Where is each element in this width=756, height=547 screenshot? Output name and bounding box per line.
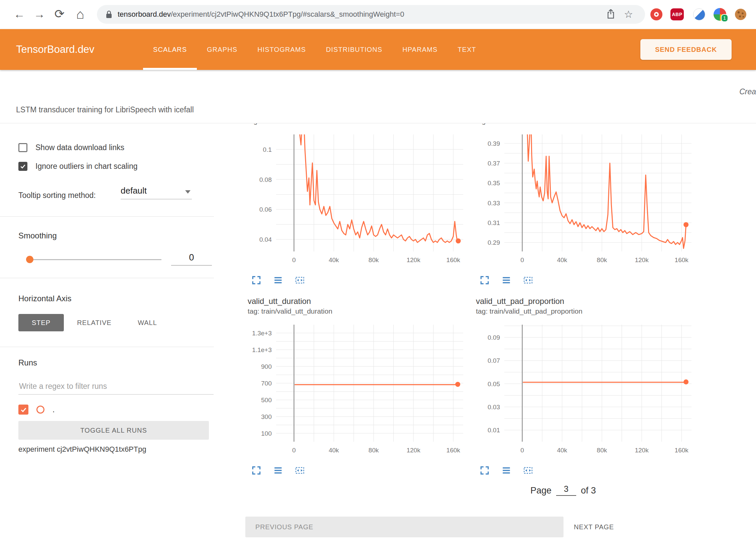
chart-tag: tag: train/… — [248, 123, 468, 126]
back-button[interactable]: ← — [12, 6, 27, 22]
extension-red-icon[interactable] — [650, 8, 663, 21]
tab-scalars[interactable]: SCALARS — [143, 29, 197, 70]
url-bar[interactable]: tensorboard.dev/experiment/cj2vtPiwQHKN9… — [97, 5, 645, 24]
scalar-chart-plot[interactable]: 1003005007009001.1e+31.3e+3040k80k120k16… — [248, 323, 465, 456]
extension-abp-icon[interactable]: ABP — [670, 8, 684, 21]
send-feedback-button[interactable]: SEND FEEDBACK — [640, 39, 732, 60]
svg-text:0.37: 0.37 — [488, 160, 500, 167]
fit-data-icon[interactable] — [294, 275, 305, 286]
lines-icon[interactable] — [273, 465, 283, 476]
svg-text:0.01: 0.01 — [488, 427, 500, 434]
svg-text:40k: 40k — [557, 256, 567, 263]
divider — [0, 278, 214, 278]
tab-histograms[interactable]: HISTOGRAMS — [247, 29, 316, 70]
pagination: Page of 3 — [530, 484, 596, 496]
lines-icon[interactable] — [273, 275, 283, 286]
tab-hparams[interactable]: HPARAMS — [392, 29, 448, 70]
chart-tag: tag: train/… — [476, 123, 697, 126]
show-download-links-checkbox[interactable] — [18, 143, 27, 152]
svg-text:1.1e+3: 1.1e+3 — [252, 346, 272, 353]
show-download-links-label: Show data download links — [35, 143, 124, 152]
svg-text:80k: 80k — [597, 447, 607, 454]
scalar-chart-plot[interactable]: 0.040.060.080.1040k80k120k160k — [248, 133, 465, 266]
fit-data-icon[interactable] — [523, 275, 533, 286]
svg-text:160k: 160k — [447, 447, 461, 454]
tensorboard-logo[interactable]: TensorBoard.dev — [16, 29, 94, 70]
tab-graphs[interactable]: GRAPHS — [197, 29, 247, 70]
svg-text:80k: 80k — [597, 256, 607, 263]
lines-icon[interactable] — [501, 275, 512, 286]
svg-text:40k: 40k — [329, 447, 339, 454]
tab-text[interactable]: TEXT — [448, 29, 486, 70]
chart-tag: tag: train/valid_utt_pad_proportion — [476, 306, 697, 316]
svg-text:0.05: 0.05 — [488, 380, 500, 388]
svg-text:0: 0 — [520, 256, 524, 263]
chevron-down-icon — [185, 190, 191, 194]
svg-text:80k: 80k — [369, 447, 379, 454]
axis-relative-button[interactable]: RELATIVE — [72, 314, 117, 331]
svg-text:40k: 40k — [329, 256, 339, 263]
page-of-label: of 3 — [581, 485, 596, 496]
svg-text:160k: 160k — [447, 256, 461, 263]
share-icon[interactable] — [606, 9, 615, 20]
tab-distributions[interactable]: DISTRIBUTIONS — [316, 29, 392, 70]
previous-page-button[interactable]: PREVIOUS PAGE — [245, 517, 563, 537]
svg-text:0.06: 0.06 — [259, 206, 272, 213]
toggle-all-runs-button[interactable]: TOGGLE ALL RUNS — [18, 421, 209, 440]
scalar-chart-plot[interactable]: 0.290.310.330.350.370.39040k80k120k160k — [476, 133, 693, 266]
experiment-id-text: experiment cj2vtPiwQHKN9Q1tx6PTpg — [18, 445, 146, 454]
page-number-input[interactable] — [556, 484, 576, 496]
nav-tabs: SCALARS GRAPHS HISTOGRAMS DISTRIBUTIONS … — [143, 29, 486, 70]
settings-sidebar: Show data download links Ignore outliers… — [0, 123, 232, 547]
svg-text:0.29: 0.29 — [488, 239, 500, 246]
smoothing-slider-thumb[interactable] — [26, 256, 33, 263]
smoothing-label: Smoothing — [18, 231, 57, 240]
run-name: . — [52, 405, 55, 414]
svg-text:0: 0 — [520, 447, 524, 454]
expand-icon[interactable] — [479, 275, 490, 286]
forward-button[interactable]: → — [32, 6, 47, 22]
run-checkbox[interactable] — [18, 405, 28, 415]
expand-icon[interactable] — [251, 275, 262, 286]
svg-text:0: 0 — [292, 256, 296, 263]
tooltip-sorting-label: Tooltip sorting method: — [18, 191, 96, 200]
runs-filter-input[interactable] — [18, 378, 214, 395]
smoothing-slider-track[interactable] — [29, 259, 161, 260]
scalar-chart-plot[interactable]: 0.010.030.050.070.09040k80k120k160k — [476, 323, 693, 456]
svg-text:120k: 120k — [406, 256, 420, 263]
svg-text:900: 900 — [261, 363, 272, 370]
svg-text:120k: 120k — [406, 447, 420, 454]
chart-tag: tag: train/valid_utt_duration — [248, 306, 468, 316]
svg-text:0.39: 0.39 — [488, 140, 500, 147]
ignore-outliers-checkbox[interactable] — [18, 162, 27, 171]
lines-icon[interactable] — [501, 465, 512, 476]
browser-window: ← → ⟳ ⌂ tensorboard.dev/experiment/cj2vt… — [0, 0, 756, 547]
home-button[interactable]: ⌂ — [73, 6, 88, 22]
smoothing-value-input[interactable] — [171, 250, 212, 265]
expand-icon[interactable] — [251, 465, 262, 476]
tooltip-sorting-select[interactable]: default — [121, 186, 192, 199]
svg-text:0.07: 0.07 — [488, 357, 500, 364]
created-text-cut: Crea — [739, 87, 756, 96]
svg-text:0.09: 0.09 — [488, 334, 500, 341]
svg-text:0.1: 0.1 — [263, 146, 272, 153]
svg-text:0.03: 0.03 — [488, 404, 500, 411]
bookmark-star-icon[interactable]: ☆ — [624, 9, 633, 19]
reload-button[interactable]: ⟳ — [52, 6, 67, 22]
fit-data-icon[interactable] — [294, 465, 305, 476]
divider — [0, 347, 214, 347]
fit-data-icon[interactable] — [523, 465, 533, 476]
axis-wall-button[interactable]: WALL — [128, 314, 167, 331]
next-page-button[interactable]: NEXT PAGE — [574, 517, 614, 537]
svg-text:0.31: 0.31 — [488, 219, 500, 226]
url-text: tensorboard.dev/experiment/cj2vtPiwQHKN9… — [118, 10, 404, 19]
subheader: Crea LSTM transducer training for LibriS… — [0, 70, 756, 123]
expand-icon[interactable] — [479, 465, 490, 476]
axis-step-button[interactable]: STEP — [18, 314, 64, 331]
svg-text:700: 700 — [261, 380, 272, 387]
profile-avatar[interactable]: 1 — [713, 8, 727, 21]
svg-text:160k: 160k — [675, 447, 689, 454]
notification-badge: 1 — [721, 14, 728, 22]
cookie-icon[interactable] — [734, 8, 747, 21]
extension-blue-icon[interactable] — [692, 8, 706, 21]
